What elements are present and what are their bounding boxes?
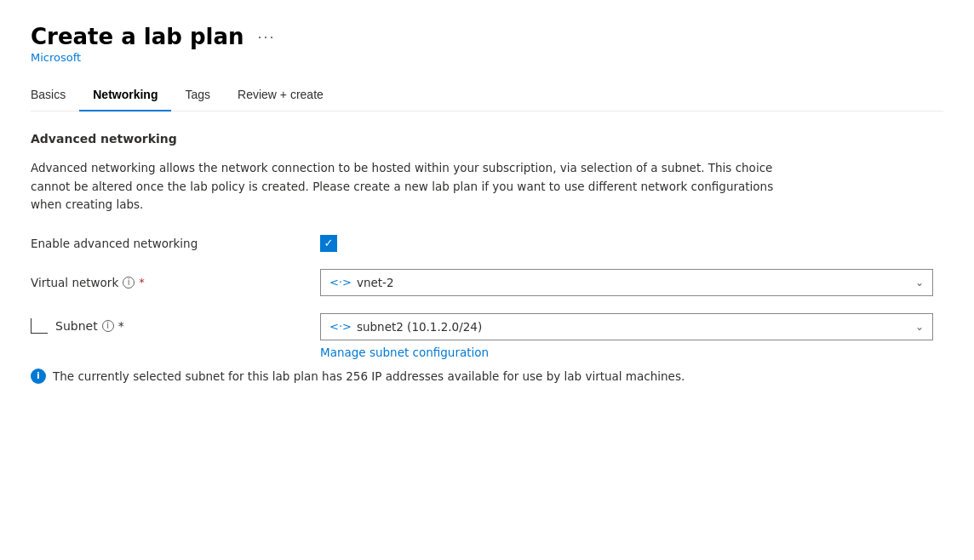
chevron-down-icon: ⌄: [915, 277, 924, 289]
subnet-required: *: [118, 319, 124, 333]
tab-basics[interactable]: Basics: [31, 79, 79, 111]
virtual-network-required: *: [139, 276, 145, 289]
virtual-network-dropdown[interactable]: <·> vnet-2 ⌄: [320, 269, 933, 296]
section-description: Advanced networking allows the network c…: [31, 159, 797, 214]
tab-tags[interactable]: Tags: [171, 79, 224, 111]
tab-bar: Basics Networking Tags Review + create: [31, 79, 943, 111]
page-container: Create a lab plan ··· Microsoft Basics N…: [0, 0, 974, 560]
subnet-indent: Subnet i *: [31, 313, 320, 334]
subnet-dropdown-content: <·> subnet2 (10.1.2.0/24): [329, 320, 482, 334]
enable-networking-label: Enable advanced networking: [31, 237, 320, 250]
virtual-network-row: Virtual network i * <·> vnet-2 ⌄: [31, 269, 943, 296]
page-subtitle: Microsoft: [31, 51, 943, 64]
enable-networking-row: Enable advanced networking ✓: [31, 235, 943, 252]
subnet-right-section: <·> subnet2 (10.1.2.0/24) ⌄ Manage subne…: [320, 313, 933, 359]
subnet-value: subnet2 (10.1.2.0/24): [357, 320, 482, 334]
tab-networking[interactable]: Networking: [79, 79, 171, 111]
subnet-chevron-down-icon: ⌄: [915, 321, 924, 333]
info-text: The currently selected subnet for this l…: [53, 368, 685, 385]
virtual-network-label: Virtual network i *: [31, 276, 320, 289]
subnet-info-icon[interactable]: i: [102, 320, 114, 332]
subnet-line-decoration: [31, 318, 48, 334]
page-title: Create a lab plan: [31, 24, 244, 49]
info-bar: i The currently selected subnet for this…: [31, 368, 797, 385]
section-title: Advanced networking: [31, 132, 943, 146]
info-circle-icon: i: [31, 369, 46, 384]
checkbox-check-icon: ✓: [324, 237, 334, 249]
manage-subnet-link[interactable]: Manage subnet configuration: [320, 346, 933, 359]
page-header: Create a lab plan ···: [31, 24, 943, 49]
ellipsis-button[interactable]: ···: [253, 26, 281, 48]
enable-networking-checkbox-wrapper: ✓: [320, 235, 337, 252]
virtual-network-dropdown-content: <·> vnet-2: [329, 276, 394, 289]
subnet-network-icon: <·>: [329, 320, 352, 333]
virtual-network-info-icon[interactable]: i: [123, 277, 135, 289]
tab-review-create[interactable]: Review + create: [224, 79, 337, 111]
enable-networking-checkbox[interactable]: ✓: [320, 235, 337, 252]
virtual-network-value: vnet-2: [357, 276, 394, 289]
subnet-row: Subnet i * <·> subnet2 (10.1.2.0/24) ⌄ M…: [31, 313, 943, 359]
network-icon: <·>: [329, 276, 352, 289]
subnet-dropdown[interactable]: <·> subnet2 (10.1.2.0/24) ⌄: [320, 313, 933, 340]
